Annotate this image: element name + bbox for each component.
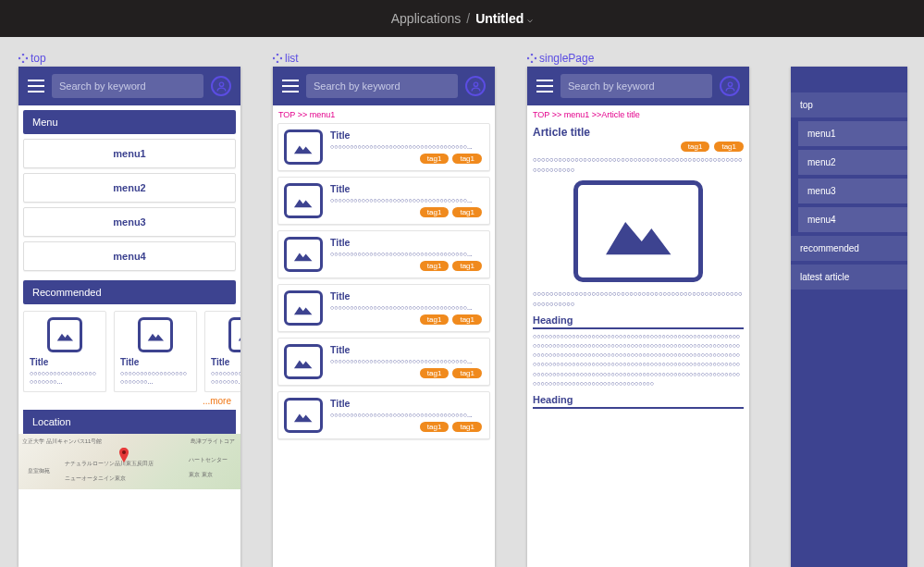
- recommended-row[interactable]: Title ○○○○○○○○○○○○○○○○○○○○○○○○... Title …: [18, 304, 240, 392]
- tag-chip[interactable]: tag1: [714, 142, 744, 152]
- nav-item-menu[interactable]: menu4: [798, 207, 907, 232]
- list-card[interactable]: Title ○○○○○○○○○○○○○○○○○○○○○○○○○○○○○○○○○○…: [277, 338, 490, 386]
- tag-chip[interactable]: tag1: [452, 368, 482, 378]
- list-card[interactable]: Title ○○○○○○○○○○○○○○○○○○○○○○○○○○○○○○○○○○…: [277, 123, 490, 171]
- canvas[interactable]: top list singlePage Search by keyword Me…: [0, 37, 924, 567]
- card-title: Title: [211, 357, 240, 367]
- nav-item-latest[interactable]: latest article: [791, 265, 907, 290]
- image-placeholder-icon: [284, 129, 323, 165]
- hamburger-icon[interactable]: [536, 80, 553, 92]
- nav-item-menu[interactable]: menu1: [798, 121, 907, 146]
- artboard-label-top[interactable]: top: [18, 52, 46, 65]
- nav-item-recommended[interactable]: recommended: [791, 236, 907, 261]
- tag-chip[interactable]: tag1: [452, 207, 482, 217]
- svg-marker-19: [294, 199, 312, 207]
- artboard-label-text: top: [31, 52, 46, 65]
- menu-button[interactable]: menu4: [23, 241, 236, 271]
- image-placeholder-icon: [573, 180, 703, 282]
- tag-chip[interactable]: tag1: [681, 142, 710, 152]
- map-label: 東京 東京: [189, 471, 213, 479]
- list-card-title: Title: [330, 237, 482, 248]
- image-placeholder-icon: [284, 290, 323, 326]
- image-placeholder-icon: [284, 398, 323, 433]
- article-title: Article title: [533, 126, 744, 139]
- list-card-desc: ○○○○○○○○○○○○○○○○○○○○○○○○○○○○○○○○○○○...: [330, 250, 482, 258]
- article-list: Title ○○○○○○○○○○○○○○○○○○○○○○○○○○○○○○○○○○…: [273, 123, 495, 439]
- list-card[interactable]: Title ○○○○○○○○○○○○○○○○○○○○○○○○○○○○○○○○○○…: [277, 391, 490, 439]
- tag-chip[interactable]: tag1: [420, 261, 450, 271]
- artboard-label-text: list: [285, 52, 299, 65]
- menu-button[interactable]: menu2: [23, 173, 236, 203]
- svg-rect-7: [277, 61, 279, 63]
- artboard-label-text: singlePage: [539, 52, 594, 65]
- article-lead: ○○○○○○○○○○○○○○○○○○○○○○○○○○○○○○○○○○○○○○○○…: [533, 290, 744, 309]
- list-card-title: Title: [330, 290, 482, 302]
- recommended-card[interactable]: Title ○○○○○○○○○○○○○○○○○○○○○○○○...: [204, 311, 240, 392]
- list-card-desc: ○○○○○○○○○○○○○○○○○○○○○○○○○○○○○○○○○○○...: [330, 142, 482, 151]
- breadcrumb-path[interactable]: TOP >> menu1: [273, 105, 495, 123]
- artboard-label-single[interactable]: singlePage: [527, 52, 594, 65]
- breadcrumb-path[interactable]: TOP >> menu1 >>Article title: [527, 105, 749, 123]
- svg-marker-20: [294, 253, 312, 261]
- avatar-icon[interactable]: [211, 76, 231, 96]
- artboard-label-list[interactable]: list: [273, 52, 299, 65]
- tag-chip[interactable]: tag1: [452, 422, 482, 432]
- svg-rect-3: [22, 61, 25, 63]
- svg-marker-13: [56, 333, 72, 340]
- tag-chip[interactable]: tag1: [452, 314, 482, 325]
- tag-chip[interactable]: tag1: [420, 422, 450, 432]
- hamburger-icon[interactable]: [282, 80, 299, 92]
- svg-point-16: [122, 450, 126, 454]
- image-placeholder-icon: [228, 317, 240, 352]
- list-card[interactable]: Title ○○○○○○○○○○○○○○○○○○○○○○○○○○○○○○○○○○…: [277, 284, 490, 332]
- nav-item-top[interactable]: top: [791, 92, 907, 117]
- card-title: Title: [120, 357, 191, 367]
- image-placeholder-icon: [47, 317, 82, 352]
- hamburger-icon[interactable]: [28, 80, 44, 92]
- menu-button[interactable]: menu3: [23, 207, 236, 237]
- svg-rect-10: [535, 57, 536, 60]
- article-heading: Heading: [533, 314, 744, 329]
- component-icon: [527, 54, 536, 63]
- map-placeholder[interactable]: 立正大学 品川キャンパス11号館 ナチュラルローソン品川東五反田店 ニューオータ…: [18, 434, 240, 489]
- artboard-single[interactable]: Search by keyword TOP >> menu1 >>Article…: [527, 67, 749, 567]
- list-card-desc: ○○○○○○○○○○○○○○○○○○○○○○○○○○○○○○○○○○○...: [330, 411, 482, 419]
- artboard-top[interactable]: Search by keyword Menu menu1 menu2 menu3…: [18, 67, 240, 567]
- tag-chip[interactable]: tag1: [420, 154, 450, 164]
- tag-chip[interactable]: tag1: [452, 261, 482, 271]
- svg-marker-22: [294, 360, 312, 368]
- avatar-icon[interactable]: [465, 76, 486, 96]
- list-card[interactable]: Title ○○○○○○○○○○○○○○○○○○○○○○○○○○○○○○○○○○…: [277, 177, 490, 225]
- artboard-list[interactable]: Search by keyword TOP >> menu1 Title ○○○…: [273, 67, 495, 567]
- menu-button[interactable]: menu1: [23, 139, 236, 168]
- mobile-header: Search by keyword: [527, 67, 749, 105]
- nav-item-menu[interactable]: menu2: [798, 150, 907, 175]
- breadcrumb-title[interactable]: Untitled: [475, 11, 524, 26]
- search-input[interactable]: Search by keyword: [52, 74, 203, 98]
- list-card[interactable]: Title ○○○○○○○○○○○○○○○○○○○○○○○○○○○○○○○○○○…: [277, 230, 490, 278]
- tag-chip[interactable]: tag1: [420, 368, 450, 378]
- tag-chip[interactable]: tag1: [420, 207, 450, 217]
- recommended-card[interactable]: Title ○○○○○○○○○○○○○○○○○○○○○○○○...: [23, 311, 106, 392]
- chevron-down-icon[interactable]: ⌵: [527, 14, 533, 24]
- svg-rect-2: [26, 57, 28, 60]
- list-card-title: Title: [330, 129, 482, 141]
- search-input[interactable]: Search by keyword: [561, 74, 712, 98]
- search-input[interactable]: Search by keyword: [306, 74, 458, 98]
- svg-rect-6: [280, 57, 282, 60]
- nav-item-menu[interactable]: menu3: [798, 179, 907, 203]
- svg-marker-14: [147, 333, 163, 340]
- more-link[interactable]: ...more: [18, 392, 240, 410]
- nav-panel[interactable]: top menu1 menu2 menu3 menu4 recommended …: [791, 67, 907, 567]
- tag-chip[interactable]: tag1: [452, 154, 482, 164]
- tag-chip[interactable]: tag1: [420, 314, 450, 325]
- card-desc: ○○○○○○○○○○○○○○○○○○○○○○○○...: [211, 369, 240, 386]
- image-placeholder-icon: [138, 317, 173, 352]
- list-card-title: Title: [330, 398, 482, 409]
- image-placeholder-icon: [284, 237, 323, 272]
- svg-rect-0: [22, 54, 25, 55]
- breadcrumb-applications[interactable]: Applications: [391, 11, 462, 26]
- svg-marker-25: [606, 221, 671, 253]
- avatar-icon[interactable]: [720, 76, 740, 96]
- recommended-card[interactable]: Title ○○○○○○○○○○○○○○○○○○○○○○○○...: [114, 311, 197, 392]
